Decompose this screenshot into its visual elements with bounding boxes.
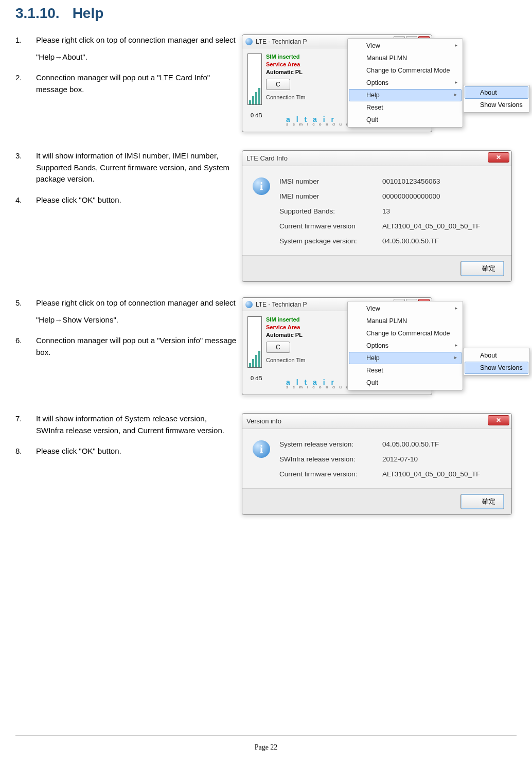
submenu-item-show-versions[interactable]: Show Versions [465,362,528,374]
menu-item-manual-plmn[interactable]: Manual PLMN [349,52,462,64]
info-row: Supported Bands: 13 [279,207,501,215]
menu-item-options[interactable]: Options [349,340,462,352]
context-menu: View Manual PLMN Change to Commercial Mo… [347,38,463,128]
info-label: System package version: [279,237,382,245]
step-number: 2. [15,72,36,95]
window-title: LTE - Technician P [256,38,307,45]
service-area: Service Area [266,324,305,330]
step-text: It will show information of IMSI number,… [36,150,237,185]
menu-item-view[interactable]: View [349,40,462,52]
step-text: Connection manager will pop out a "Versi… [36,335,237,358]
submenu-help: About Show Versions [463,85,530,113]
version-info-dialog: Version info ✕ i System release version:… [242,413,512,515]
service-area: Service Area [266,61,305,67]
info-row: IMEI number 000000000000000 [279,192,501,200]
context-menu: View Manual PLMN Change to Commercial Mo… [347,301,463,390]
menu-item-quit[interactable]: Quit [349,377,462,389]
ok-button[interactable]: 確定 [460,261,504,276]
figure-context-menu-about: LTE - Technician P – □ ✕ [242,34,530,135]
menu-item-options[interactable]: Options [349,77,462,89]
step-8: 8. Please click "OK" button. [15,445,237,457]
step-text: It will show information of System relea… [36,413,237,436]
menu-item-change-mode[interactable]: Change to Commercial Mode [349,327,462,340]
menu-item-help[interactable]: Help [349,89,462,101]
menu-item-reset[interactable]: Reset [349,101,462,114]
info-value: ALT3100_04_05_00_00_50_TF [382,222,501,230]
step-text: Please click "OK" button. [36,445,121,457]
submenu-item-about[interactable]: About [465,86,528,99]
menu-item-reset[interactable]: Reset [349,364,462,377]
info-value: 04.05.00.00.50.TF [382,237,501,245]
window-title: LTE - Technician P [256,301,307,308]
step-number: 5. [15,297,36,326]
info-row: IMSI number 001010123456063 [279,177,501,185]
info-row: Current firmware version ALT3100_04_05_0… [279,222,501,230]
footer-divider [15,736,517,736]
menu-item-manual-plmn[interactable]: Manual PLMN [349,315,462,327]
heading-title: Help [73,5,104,21]
signal-meter [247,53,262,105]
lte-card-info-dialog: LTE Card Info ✕ i IMSI number 0010101234… [242,150,512,282]
info-row: System package version: 04.05.00.00.50.T… [279,237,501,245]
step-3: 3. It will show information of IMSI numb… [15,150,237,185]
submenu-item-about[interactable]: About [465,349,528,362]
step-number: 8. [15,445,36,457]
ok-button[interactable]: 確定 [460,494,504,509]
app-icon [245,301,253,308]
step-text: "Help→Show Versions". [36,314,236,326]
connect-button[interactable]: C [266,79,290,90]
connection-time: Connection Tim [266,94,305,100]
info-label: IMSI number [279,177,382,185]
section-heading: 3.1.10.Help [15,5,517,22]
step-text: Please click "OK" button. [36,194,121,206]
step-text: Please right click on top of connection … [36,297,236,309]
auto-plmn: Automatic PL [266,332,305,338]
dialog-title: Version info [246,417,281,425]
step-number: 7. [15,413,36,436]
step-number: 6. [15,335,36,358]
step-number: 4. [15,194,36,206]
info-value: 04.05.00.00.50.TF [382,440,501,448]
dialog-close-button[interactable]: ✕ [488,415,509,425]
step-2: 2. Connection manager will pop out a "LT… [15,72,237,95]
step-6: 6. Connection manager will pop out a "Ve… [15,335,237,358]
app-icon [245,38,253,45]
menu-item-help[interactable]: Help [349,352,462,364]
info-row: System release version: 04.05.00.00.50.T… [279,440,501,448]
step-1: 1. Please right click on top of connecti… [15,34,237,63]
connect-button[interactable]: C [266,342,290,353]
step-text: Please right click on top of connection … [36,34,236,46]
step-4: 4. Please click "OK" button. [15,194,237,206]
step-7: 7. It will show information of System re… [15,413,237,436]
dialog-titlebar: Version info [242,414,511,429]
submenu-help: About Show Versions [463,348,530,376]
info-value: 000000000000000 [382,192,501,200]
info-icon: i [253,440,270,458]
submenu-item-show-versions[interactable]: Show Versions [465,99,528,111]
db-label: 0 dB [251,375,262,381]
info-icon: i [253,177,270,195]
sim-status: SIM inserted [266,53,305,60]
step-5: 5. Please right click on top of connecti… [15,297,237,326]
menu-item-change-mode[interactable]: Change to Commercial Mode [349,64,462,77]
info-label: Supported Bands: [279,207,382,215]
info-label: System release version: [279,440,382,448]
step-text: "Help→About". [36,51,236,63]
menu-item-view[interactable]: View [349,302,462,315]
info-value: 001010123456063 [382,177,501,185]
info-label: Current firmware version: [279,470,382,478]
menu-item-quit[interactable]: Quit [349,114,462,126]
step-number: 1. [15,34,36,63]
figure-context-menu-versions: LTE - Technician P – □ ✕ [242,297,530,398]
info-value: 2012-07-10 [382,455,501,463]
info-value: 13 [382,207,501,215]
dialog-titlebar: LTE Card Info [242,151,511,166]
db-label: 0 dB [251,112,262,118]
info-label: IMEI number [279,192,382,200]
heading-number: 3.1.10. [15,5,60,21]
connection-time: Connection Tim [266,357,305,363]
info-label: SWInfra release version: [279,455,382,463]
dialog-title: LTE Card Info [246,154,288,162]
step-number: 3. [15,150,36,185]
dialog-close-button[interactable]: ✕ [488,152,509,163]
